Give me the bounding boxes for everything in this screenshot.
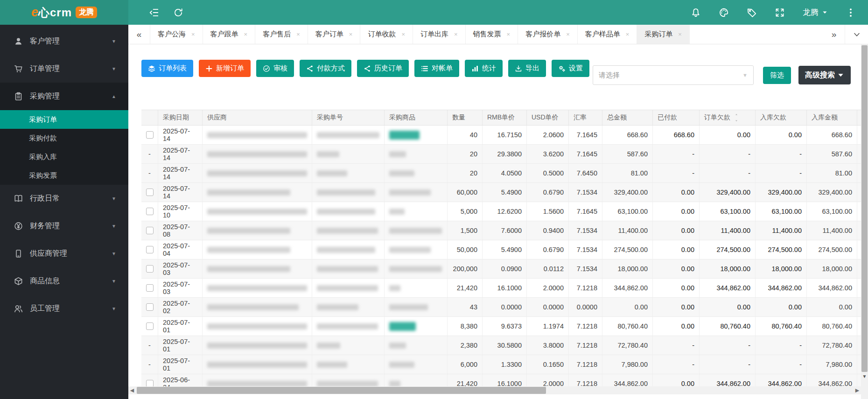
cell-date: 2025-07-01 (158, 317, 203, 336)
cell-rate: 7.1218 (569, 355, 602, 374)
历史订单-button[interactable]: 历史订单 (357, 60, 409, 77)
row-checkbox[interactable] (146, 303, 154, 311)
table-header-订单欠款[interactable]: 订单欠款 (700, 110, 756, 125)
row-checkbox[interactable] (146, 131, 154, 139)
sidebar-subitem-采购发票[interactable]: 采购发票 (0, 166, 128, 185)
row-checkbox[interactable] (146, 322, 154, 330)
horizontal-scroll-thumb[interactable] (137, 387, 546, 394)
tab-close-icon[interactable]: × (566, 31, 570, 38)
sidebar-item-员工管理[interactable]: 员工管理▼ (0, 295, 128, 322)
table-header-row: 采购日期供应商采购单号采购商品数量RMB单价USD单价汇率总金额已付款订单欠款入… (141, 110, 861, 126)
导出-button[interactable]: 导出 (508, 60, 546, 77)
tag-icon[interactable] (747, 7, 757, 18)
tab-客户报价单[interactable]: 客户报价单× (518, 25, 578, 44)
tab-销售发票[interactable]: 销售发票× (466, 25, 518, 44)
tab-订单出库[interactable]: 订单出库× (413, 25, 466, 44)
advanced-search-button[interactable]: 高级搜索 (798, 66, 851, 84)
新增订单-button[interactable]: 新增订单 (199, 60, 251, 77)
kebab-menu-icon[interactable] (846, 7, 856, 18)
sidebar-item-商品信息[interactable]: 商品信息▼ (0, 267, 128, 295)
expand-icon[interactable] (775, 7, 785, 18)
sort-icon[interactable] (734, 113, 739, 122)
sidebar-item-采购管理[interactable]: 采购管理▲ (0, 83, 128, 110)
palette-icon[interactable] (719, 7, 729, 18)
cell-extra: 6 (857, 183, 861, 202)
tab-客户跟单[interactable]: 客户跟单× (203, 25, 256, 44)
cell-date: 2025-07-14 (158, 164, 203, 182)
sidebar-item-客户管理[interactable]: 客户管理▼ (0, 28, 128, 55)
user-menu[interactable]: 龙腾 (803, 7, 828, 18)
tabs-collapse-button[interactable] (845, 25, 868, 44)
vertical-scroll-thumb[interactable] (861, 45, 868, 372)
订单列表-button[interactable]: 订单列表 (141, 60, 193, 77)
cell-date: 2025-07-14 (158, 126, 203, 144)
row-checkbox[interactable] (146, 246, 154, 253)
table-row: 2025-07-018,3809.63731.19747.121880,760.… (141, 317, 861, 336)
brand-logo[interactable]: e心crm 龙腾 (0, 0, 128, 25)
sidebar-item-财务管理[interactable]: 财务管理▼ (0, 212, 128, 240)
tab-客户售后[interactable]: 客户售后× (255, 25, 308, 44)
cell-date: 2025-07-08 (158, 221, 203, 240)
tab-close-icon[interactable]: × (626, 31, 630, 38)
cell-rate: 7.1645 (569, 126, 602, 144)
check-circle-icon (263, 65, 270, 72)
redacted-text (389, 343, 406, 349)
refresh-icon[interactable] (173, 7, 183, 18)
sidebar-subitem-采购订单[interactable]: 采购订单 (0, 110, 128, 129)
horizontal-scroll-track[interactable] (136, 386, 854, 394)
tabs-scroll-right[interactable]: » (823, 25, 845, 44)
tab-订单收款[interactable]: 订单收款× (360, 25, 413, 44)
redacted-text (317, 228, 378, 234)
sidebar-subitem-采购付款[interactable]: 采购付款 (0, 129, 128, 147)
审核-button[interactable]: 审核 (256, 60, 294, 77)
cell-date: 2025-07-04 (158, 240, 203, 259)
sidebar-item-订单管理[interactable]: 订单管理▼ (0, 55, 128, 83)
table-header-采购日期: 采购日期 (158, 110, 203, 125)
filter-button[interactable]: 筛选 (763, 67, 791, 84)
row-select-cell (141, 221, 158, 240)
scroll-left-arrow[interactable]: ◀ (128, 387, 136, 393)
row-checkbox[interactable] (146, 189, 154, 196)
sidebar-subitem-采购入库[interactable]: 采购入库 (0, 147, 128, 166)
tabs-scroll-left[interactable]: « (128, 25, 150, 44)
horizontal-scrollbar[interactable]: ◀ ▶ (128, 386, 861, 394)
tab-close-icon[interactable]: × (244, 31, 248, 38)
统计-button[interactable]: 统计 (465, 60, 503, 77)
tab-close-icon[interactable]: × (191, 31, 195, 38)
tab-客户公海[interactable]: 客户公海× (150, 25, 203, 44)
tab-close-icon[interactable]: × (349, 31, 353, 38)
row-checkbox[interactable] (146, 227, 154, 234)
tab-close-icon[interactable]: × (296, 31, 300, 38)
对帐单-button[interactable]: 对帐单 (414, 60, 459, 77)
row-checkbox[interactable] (146, 208, 154, 215)
付款方式-button[interactable]: 付款方式 (300, 60, 351, 77)
tab-close-icon[interactable]: × (507, 31, 511, 38)
cell-in_amt: 72,780.40 (807, 336, 857, 355)
filter-select[interactable]: 请选择 ▼ (593, 65, 754, 85)
tab-采购订单[interactable]: 采购订单× (637, 25, 690, 44)
scroll-right-arrow[interactable]: ▶ (854, 387, 861, 393)
cell-rate: 7.6450 (569, 164, 602, 182)
scroll-down-arrow[interactable]: ▼ (861, 374, 868, 379)
tab-客户订单[interactable]: 客户订单× (308, 25, 361, 44)
table-header-总金额: 总金额 (602, 110, 653, 125)
tab-客户样品单[interactable]: 客户样品单× (578, 25, 637, 44)
设置-button[interactable]: 设置 (552, 60, 589, 77)
cell-product-redacted (385, 355, 448, 374)
redacted-text (207, 323, 307, 329)
sidebar-item-行政日常[interactable]: 行政日常▼ (0, 185, 128, 212)
cell-total: 81.00 (602, 164, 653, 182)
tab-close-icon[interactable]: × (678, 31, 682, 38)
chevron-down-icon (853, 31, 861, 38)
tab-close-icon[interactable]: × (401, 31, 405, 38)
bell-icon[interactable] (691, 7, 701, 18)
row-checkbox[interactable] (146, 265, 154, 273)
caret-down-icon: ▼ (112, 306, 116, 311)
cell-order_no-redacted (312, 336, 385, 355)
sidebar-item-供应商管理[interactable]: 供应商管理▼ (0, 240, 128, 267)
tab-close-icon[interactable]: × (454, 31, 458, 38)
vertical-scrollbar[interactable]: ▼ (861, 44, 868, 399)
sidebar-submenu: 采购订单采购付款采购入库采购发票 (0, 110, 128, 185)
row-checkbox[interactable] (146, 284, 154, 292)
menu-fold-icon[interactable] (149, 7, 159, 18)
